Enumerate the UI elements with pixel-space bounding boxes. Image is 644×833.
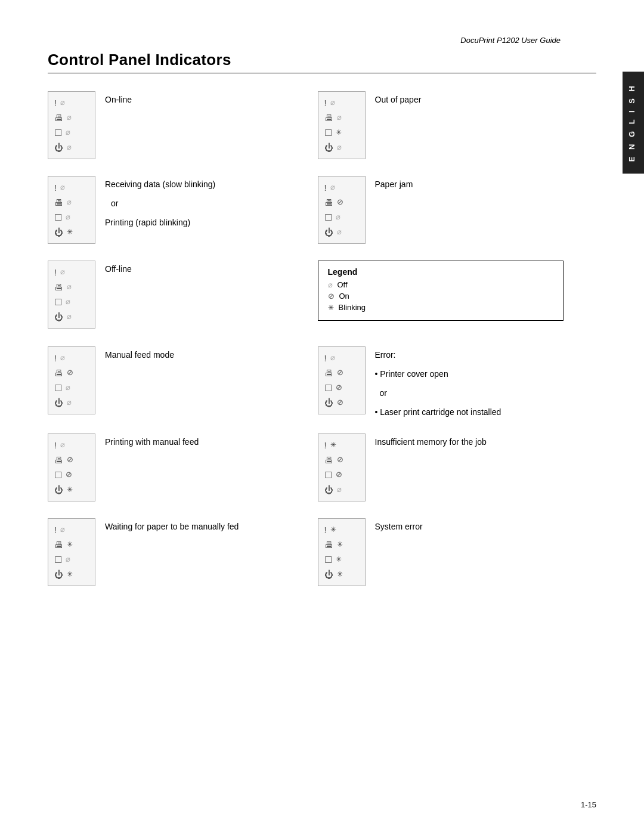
desc-manual-feed-mode: Manual feed mode: [105, 346, 174, 360]
legend-box: Legend ⌀ Off ⊘ On ✳ Blinking: [318, 261, 564, 321]
desc-off-line: Off-line: [105, 261, 132, 274]
led-panel-out-of-paper: !⌀ 🖶⌀ ☐✳ ⏻⌀: [318, 91, 366, 159]
led-panel-printing-manual-feed: !⌀ 🖶⊘ ☐⊘ ⏻✳: [48, 433, 95, 501]
desc-paper-jam: Paper jam: [375, 176, 413, 189]
led-panel-on-line: !⌀ 🖶⌀ ☐⌀ ⏻⌀: [48, 91, 95, 159]
led-panel-paper-jam: !⌀ 🖶⊘ ☐⌀ ⏻⌀: [318, 176, 366, 244]
indicator-waiting-manual-feed: !⌀ 🖶✳ ☐⌀ ⏻✳ Waiting for paper to be manu…: [48, 518, 294, 586]
indicator-insufficient-memory: !✳ 🖶⊘ ☐⊘ ⏻⌀ Insufficient memory for the …: [318, 433, 564, 501]
legend-off: ⌀ Off: [328, 280, 554, 289]
side-tab: E N G L I S H: [623, 72, 644, 174]
page-title: Control Panel Indicators: [48, 51, 596, 69]
legend-title: Legend: [328, 267, 554, 277]
legend-on: ⊘ On: [328, 292, 554, 301]
indicator-manual-feed-mode: !⌀ 🖶⊘ ☐⌀ ⏻⌀ Manual feed mode: [48, 346, 294, 417]
indicator-system-error: !✳ 🖶✳ ☐✳ ⏻✳ System error: [318, 518, 564, 586]
power-icon: ⏻: [54, 141, 63, 154]
led-panel-waiting-manual-feed: !⌀ 🖶✳ ☐⌀ ⏻✳: [48, 518, 95, 586]
legend-area: Legend ⌀ Off ⊘ On ✳ Blinking: [318, 261, 564, 329]
page-number: 1-15: [581, 800, 596, 809]
desc-printing-manual-feed: Printing with manual feed: [105, 433, 199, 447]
desc-on-line: On-line: [105, 91, 132, 104]
doc-title: DocuPrint P1202 User Guide: [48, 36, 561, 45]
indicator-on-line: !⌀ 🖶⌀ ☐⌀ ⏻⌀ On-line: [48, 91, 294, 159]
desc-insufficient-memory: Insufficient memory for the job: [375, 433, 487, 447]
printer-icon: 🖶: [54, 112, 63, 124]
led-panel-error: !⌀ 🖶⊘ ☐⊘ ⏻⊘: [318, 346, 366, 414]
off-icon: ⌀: [328, 280, 333, 289]
led-panel-manual-feed-mode: !⌀ 🖶⊘ ☐⌀ ⏻⌀: [48, 346, 95, 414]
on-icon: ⊘: [328, 292, 335, 301]
led-panel-off-line: !⌀ 🖶⌀ ☐⌀ ⏻⌀: [48, 261, 95, 329]
desc-error: Error: • Printer cover open or • Laser p…: [375, 346, 501, 417]
indicator-out-of-paper: !⌀ 🖶⌀ ☐✳ ⏻⌀ Out of paper: [318, 91, 564, 159]
desc-receiving-data: Receiving data (slow blinking) or Printi…: [105, 176, 215, 227]
indicator-receiving-data: !⌀ 🖶⌀ ☐⌀ ⏻✳ Receiving data (slow blinkin…: [48, 176, 294, 244]
led-panel-system-error: !✳ 🖶✳ ☐✳ ⏻✳: [318, 518, 366, 586]
desc-out-of-paper: Out of paper: [375, 91, 422, 104]
title-rule: [48, 73, 596, 73]
paper-icon: ☐: [54, 126, 62, 139]
desc-waiting-manual-feed: Waiting for paper to be manually fed: [105, 518, 239, 531]
page: E N G L I S H DocuPrint P1202 User Guide…: [0, 0, 644, 833]
led-panel-receiving-data: !⌀ 🖶⌀ ☐⌀ ⏻✳: [48, 176, 95, 244]
indicator-printing-manual-feed: !⌀ 🖶⊘ ☐⊘ ⏻✳ Printing with manual feed: [48, 433, 294, 501]
indicator-paper-jam: !⌀ 🖶⊘ ☐⌀ ⏻⌀ Paper jam: [318, 176, 564, 244]
desc-system-error: System error: [375, 518, 423, 531]
indicator-off-line: !⌀ 🖶⌀ ☐⌀ ⏻⌀ Off-line: [48, 261, 294, 329]
blink-icon: ✳: [328, 304, 334, 312]
indicator-error: !⌀ 🖶⊘ ☐⊘ ⏻⊘ Error: • Printer cover open …: [318, 346, 564, 417]
exclaim-icon: !: [54, 97, 57, 109]
led-panel-insufficient-memory: !✳ 🖶⊘ ☐⊘ ⏻⌀: [318, 433, 366, 501]
legend-blink: ✳ Blinking: [328, 303, 554, 312]
